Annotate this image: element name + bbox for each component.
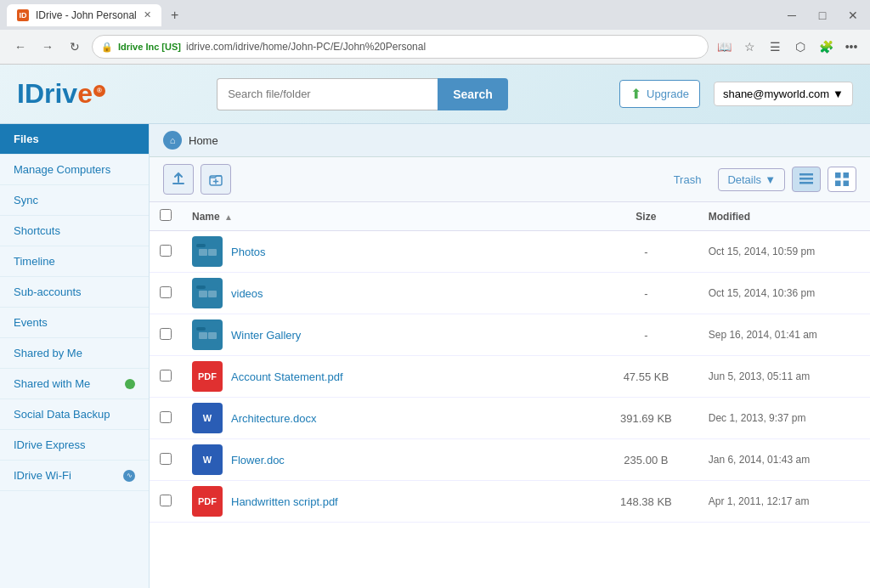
row-modified-cell: Oct 15, 2014, 10:36 pm [698,273,870,314]
browser-tab[interactable]: ID IDrive - John Personal ✕ [7,4,161,26]
tab-favicon: ID [17,9,29,21]
row-checkbox[interactable] [160,286,172,298]
row-checkbox-cell [150,481,182,523]
grid-view-button[interactable] [828,167,856,192]
maximize-button[interactable]: □ [812,5,833,25]
sidebar-item-social-data-backup[interactable]: Social Data Backup [0,399,149,430]
search-input[interactable] [217,78,438,110]
svg-rect-2 [799,178,813,180]
row-name-cell: PDF Account Statement.pdf [182,356,594,398]
sidebar-item-idrive-express[interactable]: IDrive Express [0,430,149,461]
svg-rect-17 [196,327,206,331]
back-button[interactable]: ← [10,37,31,57]
docx-icon: W [192,444,223,475]
tab-close-button[interactable]: ✕ [144,9,151,20]
select-all-checkbox[interactable] [160,209,172,221]
row-checkbox[interactable] [160,370,172,382]
upgrade-label: Upgrade [647,88,689,100]
search-button[interactable]: Search [438,78,508,110]
sidebar: Files Manage Computers Sync Shortcuts Ti… [0,124,150,588]
lock-icon: 🔒 [101,42,113,53]
row-size-cell: 148.38 KB [594,481,698,523]
extensions-icon[interactable]: 🧩 [817,38,834,55]
svg-rect-4 [835,172,841,178]
sidebar-item-files[interactable]: Files [0,124,149,155]
sidebar-item-sub-accounts[interactable]: Sub-accounts [0,277,149,308]
app-header: IDrive® Search ⬆ Upgrade shane@myworld.c… [0,65,870,124]
sidebar-item-shared-with-me[interactable]: Shared with Me [0,369,149,399]
row-checkbox-cell [150,398,182,439]
file-name[interactable]: Handwritten script.pdf [231,495,338,508]
file-name[interactable]: Account Statement.pdf [231,370,343,383]
menu-icon[interactable]: ☰ [766,38,783,55]
row-checkbox-cell [150,231,182,273]
svg-rect-3 [799,182,813,184]
folder-icon [192,319,223,350]
sidebar-item-manage-computers[interactable]: Manage Computers [0,155,149,185]
user-menu[interactable]: shane@myworld.com ▼ [714,82,853,106]
app-container: IDrive® Search ⬆ Upgrade shane@myworld.c… [0,65,870,588]
sidebar-item-idrive-wifi[interactable]: IDrive Wi-Fi ∿ [0,461,149,491]
close-browser-button[interactable]: ✕ [843,5,863,25]
file-name[interactable]: videos [231,287,263,300]
sidebar-item-shortcuts[interactable]: Shortcuts [0,216,149,246]
minimize-button[interactable]: ─ [782,5,802,25]
shared-with-me-label: Shared with Me [14,377,90,390]
row-checkbox[interactable] [160,453,172,465]
svg-rect-1 [799,173,813,176]
svg-rect-7 [844,181,850,187]
user-email: shane@myworld.com [723,88,829,100]
reader-mode-icon[interactable]: 📖 [715,38,732,55]
toolbar: Trash Details ▼ [150,157,870,202]
logo-text: IDrive® [17,78,105,110]
row-modified-cell: Apr 1, 2011, 12:17 am [698,481,870,523]
row-name-cell: W Flower.doc [182,439,594,481]
row-checkbox-cell [150,356,182,398]
reload-button[interactable]: ↻ [65,37,85,57]
table-row: PDF Handwritten script.pdf 148.38 KB Apr… [150,481,870,523]
sidebar-item-timeline[interactable]: Timeline [0,246,149,277]
upgrade-arrow-icon: ⬆ [630,86,641,102]
more-icon[interactable]: ••• [843,38,860,55]
svg-rect-6 [835,181,841,187]
sidebar-item-shared-by-me[interactable]: Shared by Me [0,338,149,369]
upload-button[interactable] [163,164,194,195]
row-checkbox-cell [150,439,182,481]
details-button[interactable]: Details ▼ [718,168,785,191]
address-bar[interactable]: 🔒 Idrive Inc [US] idrive.com/idrive/home… [92,35,709,59]
bookmark-icon[interactable]: ☆ [741,38,758,55]
row-size-cell: - [594,314,698,356]
tab-bar: ID IDrive - John Personal ✕ + ─ □ ✕ [0,0,870,30]
svg-rect-9 [196,244,206,247]
browser-chrome: ID IDrive - John Personal ✕ + ─ □ ✕ ← → … [0,0,870,65]
row-checkbox[interactable] [160,328,172,340]
row-checkbox[interactable] [160,495,172,506]
file-name[interactable]: Flower.doc [231,454,285,466]
file-name[interactable]: Photos [231,246,265,258]
sidebar-item-sync[interactable]: Sync [0,185,149,216]
svg-rect-19 [208,332,217,339]
pdf-icon: PDF [192,361,223,392]
browser-controls: ← → ↻ 🔒 Idrive Inc [US] idrive.com/idriv… [0,30,870,64]
file-name[interactable]: Winter Gallery [231,329,301,342]
row-checkbox[interactable] [160,245,172,257]
add-folder-button[interactable] [201,164,231,195]
row-checkbox[interactable] [160,411,172,423]
name-column-header[interactable]: Name ▲ [182,202,594,231]
sidebar-item-events[interactable]: Events [0,308,149,338]
trash-button[interactable]: Trash [664,168,712,191]
list-view-button[interactable] [792,167,821,192]
share-icon[interactable]: ⬡ [792,38,809,55]
size-column-header[interactable]: Size [594,202,698,231]
upgrade-button[interactable]: ⬆ Upgrade [619,80,700,108]
modified-column-header[interactable]: Modified [698,202,870,231]
home-icon[interactable]: ⌂ [163,131,182,150]
row-modified-cell: Jan 6, 2014, 01:43 am [698,439,870,481]
new-tab-button[interactable]: + [165,5,185,25]
table-row: Photos - Oct 15, 2014, 10:59 pm [150,231,870,273]
details-arrow-icon: ▼ [765,173,776,186]
forward-button[interactable]: → [37,37,58,57]
file-name[interactable]: Architecture.docx [231,412,316,425]
folder-icon [192,236,223,267]
select-all-header [150,202,182,231]
